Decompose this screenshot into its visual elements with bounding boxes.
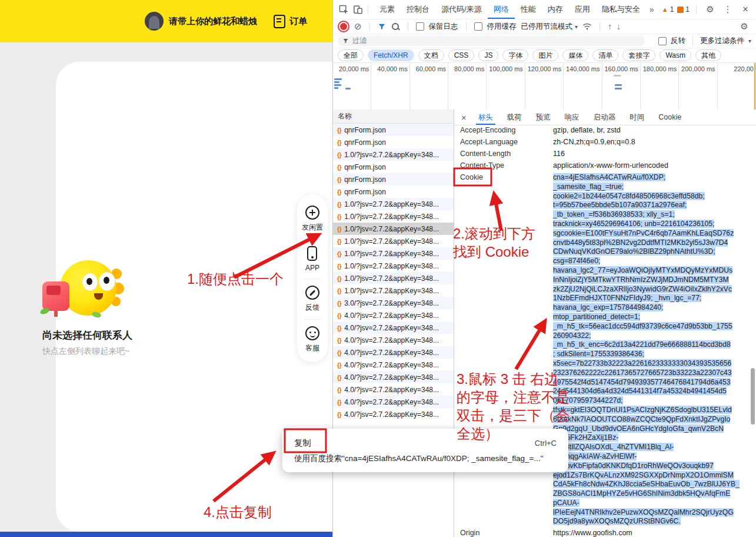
devtools-tab[interactable]: 隐私与安全 [596, 0, 646, 19]
post-item-button[interactable]: 发闲置 [302, 201, 323, 237]
cookie-line[interactable]: lPIeEejN4TNRIkhv2ePuzwXOQsMZQalMhr2SQjrU… [553, 508, 743, 518]
devtools-tab[interactable]: 应用 [569, 0, 596, 19]
request-row[interactable]: {}1.0/?jsv=2.7.2&appKey=348... [333, 148, 454, 161]
cookie-value[interactable]: cna=4jESIafhsA4CATwRAu/f0XDP;_samesite_f… [553, 173, 756, 526]
cookie-line[interactable]: ZBGS8oACI1MpHYZe5vHG6ShINim3dbk5HQvAfqFm… [553, 489, 743, 499]
request-row[interactable]: {}1.0/?jsv=2.7.2&appKey=348... [333, 235, 454, 247]
search-icon[interactable] [391, 22, 400, 31]
devtools-tab[interactable]: 源代码/来源 [435, 0, 488, 19]
devtools-tab[interactable]: 内存 [542, 0, 569, 19]
throttling-dropdown[interactable]: 已停用节流模式 ▾ [521, 22, 578, 32]
cookie-line[interactable]: IVG3tIlZQAlsOXdL_4hZTVMI1Blq_Al- [553, 443, 743, 452]
request-row[interactable]: {}qnrForm.json [333, 124, 454, 136]
detail-tab[interactable]: 标头 [471, 110, 500, 125]
inspect-element-icon[interactable] [337, 2, 351, 16]
cookie-line[interactable]: 0617079597344227d; [553, 396, 743, 406]
network-filter-chip[interactable]: 图片 [532, 49, 558, 61]
cookie-line[interactable]: DO5jd9a8ywXOQsMZQzURStBNGv6C. [553, 517, 743, 526]
network-filter-chip[interactable]: 字体 [502, 49, 528, 61]
network-filter-chip[interactable]: JS [478, 49, 498, 61]
request-row[interactable]: {}4.0/?jsv=2.7.2&appKey=348... [333, 408, 454, 420]
request-row[interactable]: {}4.0/?jsv=2.7.2&appKey=348... [333, 309, 454, 321]
request-row[interactable]: {}4.0/?jsv=2.7.2&appKey=348... [333, 334, 454, 346]
cookie-line[interactable]: cna=4jESIafhsA4CATwRAu/f0XDP; [553, 173, 743, 183]
network-settings-gear-icon[interactable]: ⚙ [737, 19, 751, 34]
cookie-line[interactable]: zk2ZjU2NjQiLCJzaXRlIjo3NywidG9rZW4iOiIxZ… [553, 285, 743, 294]
cookie-line[interactable]: havana_lgc2_77=eyJoaWQiOjIyMTYxMDQyMzYxM… [553, 266, 743, 276]
network-filter-chip[interactable]: Wasm [660, 49, 691, 61]
export-har-icon[interactable]: ↓ [617, 22, 621, 31]
cookie-line[interactable]: F1XhqgAkIAW-aZvHElWf- [553, 452, 743, 462]
cookie-line[interactable]: _m_h5_tk_enc=6c2d13a4221dd79e666888114bc… [553, 340, 743, 350]
close-details-icon[interactable]: × [461, 112, 467, 122]
cookie-line[interactable]: 260904322; [553, 332, 743, 341]
more-tabs-icon[interactable]: » [646, 5, 658, 14]
detail-tab[interactable]: Cookie [651, 110, 688, 125]
devtools-tab[interactable]: 元素 [374, 0, 401, 19]
request-row[interactable]: {}4.0/?jsv=2.7.2&appKey=348... [333, 383, 454, 396]
network-filter-chip[interactable]: 全部 [338, 49, 364, 61]
settings-gear-icon[interactable]: ⚙ [703, 2, 717, 16]
invert-filter-checkbox[interactable] [658, 37, 667, 45]
request-row[interactable]: {}qnrForm.json [333, 173, 454, 185]
detail-tab[interactable]: 载荷 [500, 110, 529, 125]
network-filter-chip[interactable]: 媒体 [562, 49, 588, 61]
request-row[interactable]: {}qnrForm.json [333, 185, 454, 198]
cookie-line[interactable]: 4975542f4d5147454d794939357746476841794d… [553, 378, 743, 387]
devtools-tab[interactable]: 网络 [488, 0, 515, 19]
network-filter-chip[interactable]: 套接字 [622, 49, 655, 61]
request-row[interactable]: {}1.0/?jsv=2.7.2&appKey=348... [333, 284, 454, 297]
request-row[interactable]: {}3.0/?jsv=2.7.2&appKey=348... [333, 297, 454, 309]
request-list-name-header[interactable]: 名称 [333, 110, 454, 124]
cookie-line[interactable]: ImAbvKbFipfa0dKNKDfqD1roRhWeQOv3ouqkb97 [553, 462, 743, 471]
detail-tab[interactable]: 时间 [622, 110, 651, 125]
request-row[interactable]: {}4.0/?jsv=2.7.2&appKey=348... [333, 346, 454, 359]
search-with-baidu-menu-item[interactable]: 使用百度搜索"cna=4jESIafhsA4CATwRAu/f0XDP; _sa… [294, 453, 557, 464]
cookie-line[interactable]: mtop_partitioned_detect=1; [553, 313, 743, 322]
cookie-line[interactable]: Gp9d2gqU_Ubd9dvOEA6nGHcYdgIoGfa_qwnV2BcN [553, 425, 743, 434]
copy-menu-item[interactable]: 复制 [294, 437, 311, 449]
filter-input[interactable]: 过滤 [338, 36, 645, 46]
disable-cache-checkbox[interactable] [474, 22, 482, 31]
request-row[interactable]: {}4.0/?jsv=2.7.2&appKey=348... [333, 359, 454, 371]
cookie-line[interactable]: _samesite_flag_=true; [553, 183, 743, 192]
detail-tab[interactable]: 启动器 [587, 110, 623, 125]
feedback-button[interactable]: 反馈 [305, 281, 319, 317]
network-conditions-icon[interactable] [582, 22, 592, 31]
preserve-log-checkbox[interactable] [416, 22, 424, 31]
network-filter-chip[interactable]: 其他 [695, 49, 721, 61]
detail-tab[interactable]: 预览 [529, 110, 558, 125]
cookie-line[interactable]: IAW5Fk2HZaXij1Bz- [553, 433, 743, 443]
cookie-line[interactable]: cnvtb448y5t83pl%2BN2vg2DdtfMTI2MKb2yl5sJ… [553, 238, 743, 248]
devtools-tab[interactable]: 控制台 [401, 0, 435, 19]
scrollbar-thumb[interactable] [751, 368, 755, 425]
clear-network-log-icon[interactable]: ⊘ [354, 21, 362, 32]
cookie-line[interactable]: 1NzbEFmdHJXT0FNNzFIdyJ9; _hvn_lgc_=77; [553, 294, 743, 303]
cookie-line[interactable]: _tb_token_=f536b36938533; xlly_s=1; [553, 210, 743, 220]
network-filter-chip[interactable]: Fetch/XHR [368, 49, 414, 61]
request-row[interactable]: {}1.0/?jsv=2.7.2&appKey=348... [333, 260, 454, 272]
request-row[interactable]: {}1.0/?jsv=2.7.2&appKey=348... [333, 247, 454, 260]
request-row[interactable]: {}qnrForm.json [333, 136, 454, 148]
network-filter-chip[interactable]: 清单 [592, 49, 618, 61]
issues-badge[interactable]: 1 [677, 5, 690, 14]
request-row[interactable]: {}4.0/?jsv=2.7.2&appKey=348... [333, 321, 454, 334]
cookie-line[interactable]: InNnIjoiZjY5MTkwYTRhNmIzZWJjMDJmNDM5MTY3… [553, 276, 743, 285]
cookie-line[interactable]: _m_h5_tk=56eac1dcc594df93739c6ce47d9b53b… [553, 322, 743, 332]
cookie-line[interactable]: havana_lgc_exp=1757844984240; [553, 303, 743, 313]
header-name-cookie[interactable]: Cookie [460, 173, 553, 181]
customer-service-button[interactable]: 客服 [305, 322, 319, 357]
cookie-line[interactable]: cookie2=1b244e0547c8fd48506968c3effd58db… [553, 192, 743, 201]
warnings-badge[interactable]: ▲ 1 [662, 5, 674, 14]
device-toolbar-icon[interactable] [351, 2, 365, 16]
cookie-line[interactable]: 6f3AkNk7IAOOUTCO88wZCQCte9QpFdXnktIJgZPv… [553, 415, 743, 425]
detail-tab[interactable]: 响应 [558, 110, 587, 125]
cookie-line[interactable]: csg=874f46e0; [553, 257, 743, 266]
cookie-line[interactable]: tfstk=gktEI3OQTDnUI1PsACIzgNjKZ6SdoglbU3… [553, 406, 743, 415]
cookie-line[interactable]: sgcookie=E100tFYsuHt7nPvC4r6qb7AamKhLEaq… [553, 229, 743, 238]
order-button[interactable]: 订单 [274, 15, 307, 28]
request-row[interactable]: {}1.0/?jsv=2.7.2&appKey=348... [333, 223, 454, 235]
close-devtools-icon[interactable]: × [738, 2, 752, 16]
import-har-icon[interactable]: ↑ [608, 22, 612, 31]
cookie-line[interactable]: CdA5kFh8cNdw4ZKhJ8ccia5eSHbaEuvOb_7wzBlU… [553, 480, 743, 489]
